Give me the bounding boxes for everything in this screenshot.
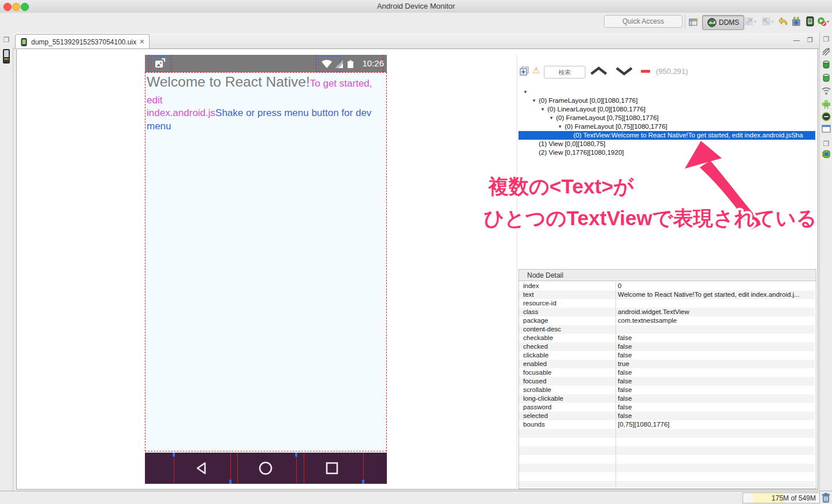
tab-uix-dump[interactable]: dump_5513929152537054100.uix ✕ <box>15 34 150 49</box>
devices-view-icon[interactable] <box>2 48 11 65</box>
node-hierarchy-tree: ▼ ▼(0) FrameLayout [0,0][1080,1776] ▼(0)… <box>518 88 815 267</box>
property-key: resource-id <box>519 299 615 308</box>
uix-file-icon <box>20 38 28 46</box>
bounds-line <box>316 55 316 72</box>
expand-all-icon[interactable] <box>520 66 529 76</box>
node-detail-row: resource-id <box>519 299 815 308</box>
emulator-control-icon[interactable] <box>822 112 831 121</box>
device-app-screen[interactable]: Welcome to React Native!To get started, … <box>145 72 387 451</box>
property-key: bounds <box>519 420 615 429</box>
quick-access-input[interactable] <box>604 15 682 28</box>
search-prev-icon[interactable] <box>589 65 609 77</box>
property-value: true <box>615 360 815 368</box>
node-detail-row: checkable false <box>519 334 815 342</box>
android-hierarchy-view-icon[interactable] <box>822 99 831 109</box>
restore-view-icon[interactable]: ❐ <box>2 35 11 44</box>
network-stats-wifi-icon[interactable] <box>822 87 831 95</box>
heap-view-icon[interactable] <box>822 59 831 70</box>
screenshot-notification-icon <box>154 58 166 69</box>
tree-node-label: (2) View [0,1776][1080,1920] <box>539 149 624 156</box>
bounds-line <box>174 453 174 484</box>
battery-icon <box>348 61 353 68</box>
warning-icon[interactable]: ⚠ <box>532 65 540 76</box>
open-perspective-icon[interactable]: ✦ <box>688 17 699 27</box>
tree-node-row[interactable]: ▼(0) FrameLayout [0,0][1080,1776] <box>518 96 815 105</box>
property-key: checkable <box>519 334 615 342</box>
tab-close-icon[interactable]: ✕ <box>139 38 144 46</box>
display-view-icon[interactable] <box>822 125 831 133</box>
property-value: android.widget.TextView <box>615 308 815 316</box>
property-key: class <box>519 308 615 316</box>
tree-node-row[interactable]: ▼(0) LinearLayout [0,0][1080,1776] <box>518 105 815 114</box>
bounds-line <box>230 453 231 484</box>
ddms-label: DDMS <box>719 18 739 27</box>
left-fastview-rail: ❐ <box>0 32 13 491</box>
screen-capture-icon[interactable] <box>805 16 815 27</box>
property-value: com.textnestsample <box>615 316 815 325</box>
android-device-monitor-window: Android Device Monitor ✦ DDMS ▾ ▾ <box>0 0 832 504</box>
node-detail-row: focusable false <box>519 368 815 377</box>
device-screenshot[interactable]: 10:26 Welcome to React Native!To get sta… <box>145 55 387 484</box>
node-detail-row: password false <box>519 403 815 412</box>
panel-sash[interactable] <box>517 55 517 488</box>
node-detail-row: checked false <box>519 342 815 351</box>
tab-label: dump_5513929152537054100.uix <box>31 38 136 46</box>
home-button-icon[interactable] <box>258 461 273 476</box>
tree-node-row[interactable]: ▼(0) FrameLayout [0,75][1080,1776] <box>518 114 815 122</box>
node-detail-table: index 0 text Welcome to React Native!To … <box>519 282 815 487</box>
heap-status-widget: 175M of 549M <box>743 492 820 503</box>
node-detail-row: index 0 <box>519 282 815 290</box>
restore-view-icon[interactable]: ❐ <box>822 35 831 44</box>
run-disabled-button: ▾ <box>816 16 829 27</box>
node-detail-row: text Welcome to React Native!To get star… <box>519 290 815 299</box>
sdk-manager-icon[interactable] <box>791 16 801 27</box>
property-key: scrollable <box>519 386 615 394</box>
tree-node-row[interactable]: ▼ <box>518 88 815 96</box>
ddms-icon <box>707 18 717 27</box>
restore-last-arrow-icon[interactable] <box>778 16 789 27</box>
search-next-icon[interactable] <box>614 65 634 77</box>
ddms-perspective-button[interactable]: DDMS <box>702 15 744 30</box>
tree-node-row[interactable]: ▼(0) TextView:Welcome to React Native!To… <box>518 131 815 140</box>
expand-triangle-icon[interactable]: ▼ <box>558 122 565 131</box>
property-key: content-desc <box>519 325 615 334</box>
maximize-view-icon[interactable]: ❐ <box>807 36 813 44</box>
property-key: password <box>519 403 615 412</box>
bounds-line <box>148 55 149 72</box>
run-garbage-collector-icon[interactable] <box>822 493 830 503</box>
property-value: false <box>615 403 815 412</box>
property-value: Welcome to React Native!To get started, … <box>615 290 815 299</box>
main-toolbar: ✦ DDMS ▾ ▾ <box>0 13 832 32</box>
tree-node-row[interactable]: ▼(0) FrameLayout [0,75][1080,1776] <box>518 122 815 131</box>
tree-node-row[interactable]: ▼(2) View [0,1776][1080,1920] <box>518 148 815 157</box>
bounds-tick <box>362 480 364 484</box>
property-value: [0,75][1080,1776] <box>615 420 815 429</box>
bounds-tick <box>229 480 232 484</box>
bounds-tick <box>173 453 175 457</box>
tree-search-input[interactable] <box>544 66 585 79</box>
allocation-tracker-icon[interactable] <box>822 73 831 83</box>
restore-view-icon[interactable]: ❐ <box>822 139 831 148</box>
property-key: long-clickable <box>519 394 615 403</box>
bounds-line <box>237 453 238 484</box>
pixel-perfect-view-icon[interactable] <box>822 150 831 159</box>
tree-toolbar: ⚠ (950,291) <box>518 64 815 81</box>
property-value: false <box>615 412 815 420</box>
remove-icon[interactable] <box>641 70 650 73</box>
status-bar: 175M of 549M <box>0 491 832 504</box>
wifi-icon <box>322 60 332 68</box>
expand-triangle-icon[interactable]: ▼ <box>549 114 556 122</box>
device-nav-bar <box>145 453 387 484</box>
tree-node-row[interactable]: ▼(1) View [0,0][1080,75] <box>518 140 815 148</box>
back-button-icon[interactable] <box>194 461 209 475</box>
recents-button-icon[interactable] <box>325 461 339 475</box>
property-value: false <box>615 377 815 386</box>
expand-triangle-icon[interactable]: ▼ <box>532 96 539 105</box>
bounds-tick <box>295 453 297 457</box>
toolbar-separator <box>685 15 685 29</box>
minimize-view-icon[interactable]: — <box>793 36 800 43</box>
threads-view-icon[interactable] <box>822 47 831 57</box>
property-key: text <box>519 290 615 299</box>
expand-triangle-icon[interactable]: ▼ <box>523 88 530 96</box>
expand-triangle-icon[interactable]: ▼ <box>540 105 547 114</box>
